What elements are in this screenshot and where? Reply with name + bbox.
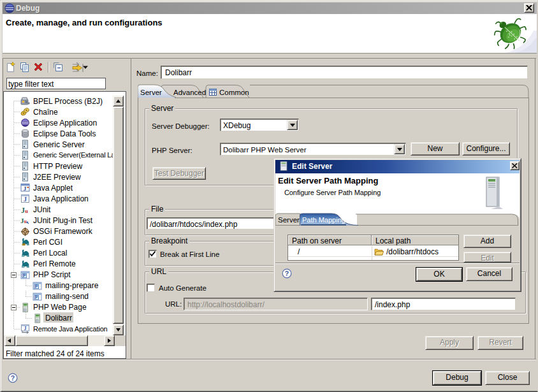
svg-text:?: ?: [285, 270, 289, 277]
svg-text:u: u: [25, 208, 28, 214]
svg-text:P: P: [35, 284, 38, 289]
svg-text:u: u: [24, 219, 27, 224]
svg-text:J: J: [24, 196, 27, 203]
svg-text:?: ?: [11, 374, 15, 382]
svg-text:J: J: [24, 185, 27, 192]
svg-text:P: P: [23, 273, 26, 278]
svg-text:P: P: [35, 295, 38, 300]
svg-text:J: J: [24, 326, 27, 331]
